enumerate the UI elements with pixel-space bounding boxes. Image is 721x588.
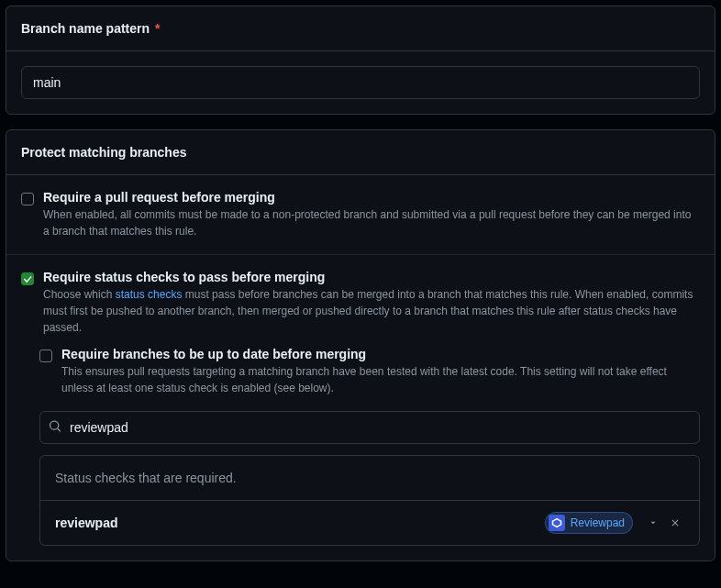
search-icon bbox=[49, 420, 61, 436]
app-badge-label: Reviewpad bbox=[571, 516, 625, 529]
rule-require-pr: Require a pull request before merging Wh… bbox=[6, 175, 715, 255]
branch-pattern-input[interactable] bbox=[21, 66, 700, 99]
branch-pattern-label: Branch name pattern bbox=[21, 21, 150, 36]
required-asterisk: * bbox=[155, 21, 160, 36]
required-status-box: Status checks that are required. reviewp… bbox=[39, 455, 700, 546]
branch-pattern-header: Branch name pattern * bbox=[6, 6, 715, 51]
rule-title-up-to-date: Require branches to be up to date before… bbox=[61, 347, 700, 361]
rule-up-to-date: Require branches to be up to date before… bbox=[39, 347, 700, 396]
status-search-wrap bbox=[39, 411, 700, 444]
branch-pattern-card: Branch name pattern * bbox=[6, 6, 715, 115]
checkbox-up-to-date[interactable] bbox=[39, 349, 52, 362]
caret-down-icon[interactable] bbox=[644, 514, 662, 532]
rule-require-status: Require status checks to pass before mer… bbox=[6, 255, 715, 560]
checkbox-require-pr[interactable] bbox=[21, 193, 34, 205]
protect-header: Protect matching branches bbox=[6, 130, 715, 175]
app-badge-reviewpad[interactable]: Reviewpad bbox=[545, 512, 633, 534]
protect-card: Protect matching branches Require a pull… bbox=[6, 129, 715, 561]
rule-desc-require-pr: When enabled, all commits must be made t… bbox=[43, 206, 700, 239]
rule-desc-require-status: Choose which status checks must pass bef… bbox=[43, 286, 700, 336]
status-row: reviewpad Reviewpad bbox=[40, 501, 699, 545]
nested-block: Require branches to be up to date before… bbox=[21, 336, 700, 546]
status-checks-link[interactable]: status checks bbox=[116, 288, 183, 301]
rule-content: Require a pull request before merging Wh… bbox=[43, 190, 700, 239]
status-check-name: reviewpad bbox=[55, 516, 545, 530]
reviewpad-logo-icon bbox=[549, 515, 565, 531]
rule-content: Require status checks to pass before mer… bbox=[43, 270, 700, 336]
rule-content: Require branches to be up to date before… bbox=[61, 347, 700, 396]
checkbox-require-status[interactable] bbox=[21, 272, 34, 285]
status-search-input[interactable] bbox=[39, 411, 700, 444]
rule-title-require-pr: Require a pull request before merging bbox=[43, 190, 700, 205]
desc-pre: Choose which bbox=[43, 288, 116, 301]
rule-desc-up-to-date: This ensures pull requests targeting a m… bbox=[61, 363, 700, 396]
branch-pattern-body bbox=[6, 51, 715, 114]
required-status-header: Status checks that are required. bbox=[40, 456, 699, 501]
rule-title-require-status: Require status checks to pass before mer… bbox=[43, 270, 700, 284]
remove-status-button[interactable] bbox=[666, 514, 684, 532]
